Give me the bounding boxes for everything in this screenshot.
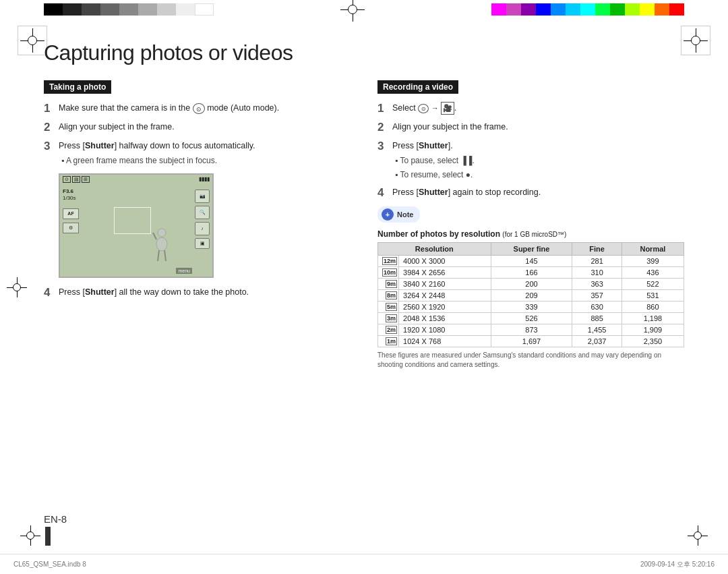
bottom-bar: CL65_QSM_SEA.indb 8 2009-09-14 오후 5:20:1… xyxy=(0,554,728,574)
color-swatch xyxy=(566,3,580,16)
step-4-text: Press [Shutter] all the way down to take… xyxy=(59,286,249,299)
note-icon: + xyxy=(382,208,394,221)
bottom-right-reg xyxy=(688,525,708,546)
bw-swatch xyxy=(119,3,138,16)
table-footer: These figures are measured under Samsung… xyxy=(377,351,684,370)
page-title: Capturing photos or videos xyxy=(44,40,684,65)
res-icon-cell: 9m xyxy=(378,278,399,289)
bw-swatch xyxy=(138,3,157,16)
right-step-2: 2 Align your subject in the frame. xyxy=(377,121,684,134)
res-value-cell: 1920 X 1080 xyxy=(399,324,491,335)
col-resolution: Resolution xyxy=(378,242,491,255)
lcd-icon-1: ⊙ xyxy=(63,176,71,183)
normal-cell: 1,198 xyxy=(621,312,684,324)
bottom-left-text: CL65_QSM_SEA.indb 8 xyxy=(13,561,86,568)
fine-cell: 2,037 xyxy=(572,335,621,347)
step-3: 3 Press [Shutter] halfway down to focus … xyxy=(44,140,351,167)
right-step-3-num: 3 xyxy=(377,140,392,153)
superfine-cell: 1,697 xyxy=(491,335,572,347)
color-swatch xyxy=(625,3,640,16)
camera-mode-icon: ⊙ xyxy=(193,103,205,114)
res-icon-cell: 2m xyxy=(378,324,399,335)
right-step-3-text: Press [Shutter]. To pause, select ▐▐. To… xyxy=(392,140,475,181)
normal-cell: 436 xyxy=(621,266,684,278)
lcd-focus-box xyxy=(114,207,151,234)
superfine-cell: 339 xyxy=(491,301,572,312)
color-swatch xyxy=(595,3,610,16)
fine-cell: 281 xyxy=(572,255,621,266)
right-step-3-bullet-2: To resume, select ●. xyxy=(392,169,475,181)
step-4: 4 Press [Shutter] all the way down to ta… xyxy=(44,286,351,299)
taking-photo-header: Taking a photo xyxy=(44,80,111,94)
step-3-num: 3 xyxy=(44,140,59,153)
color-swatch xyxy=(521,3,536,16)
lcd-icon-3: ⊞ xyxy=(82,176,90,183)
lcd-person-silhouette xyxy=(152,227,172,266)
arrow-icon: → xyxy=(431,104,441,112)
right-step-2-num: 2 xyxy=(377,121,392,134)
res-icon-cell: 3m xyxy=(378,312,399,324)
color-swatch xyxy=(551,3,566,16)
bw-swatch xyxy=(195,3,214,16)
step-2-text: Align your subject in the frame. xyxy=(59,121,175,134)
superfine-cell: 526 xyxy=(491,312,572,324)
step-3-text: Press [Shutter] halfway down to focus au… xyxy=(59,140,255,167)
bw-swatch xyxy=(63,3,82,16)
lcd-icon-2: ▤ xyxy=(72,176,80,183)
page-number-section: EN-8 xyxy=(44,513,67,546)
res-icon-cell: 8m xyxy=(378,289,399,301)
fine-cell: 1,455 xyxy=(572,324,621,335)
fine-cell: 357 xyxy=(572,289,621,301)
right-step-1-text: Select ⊙ → 🎥. xyxy=(392,102,456,115)
lcd-f-number: F3.6 xyxy=(63,188,73,194)
bw-swatch xyxy=(100,3,119,16)
color-swatch xyxy=(491,3,506,16)
left-column: Taking a photo 1 Make sure that the came… xyxy=(44,80,351,370)
two-column-layout: Taking a photo 1 Make sure that the came… xyxy=(44,80,684,370)
res-value-cell: 2560 X 1920 xyxy=(399,301,491,312)
main-content: Capturing photos or videos Taking a phot… xyxy=(44,40,684,547)
svg-line-2 xyxy=(153,233,156,239)
right-step-2-text: Align your subject in the frame. xyxy=(392,121,508,134)
recording-video-header: Recording a video xyxy=(377,80,458,94)
normal-cell: 522 xyxy=(621,278,684,289)
res-value-cell: 4000 X 3000 xyxy=(399,255,491,266)
superfine-cell: 145 xyxy=(491,255,572,266)
camera-lcd-preview: ⊙ ▤ ⊞ ▮▮▮▮ F3.6 1/30s AF ⚙ xyxy=(59,173,214,278)
right-step-4-num: 4 xyxy=(377,186,392,200)
fine-cell: 885 xyxy=(572,312,621,324)
table-row: 9m 3840 X 2160 200 363 522 xyxy=(378,278,684,289)
color-swatch xyxy=(580,3,595,16)
lcd-shutter-speed: 1/30s xyxy=(63,195,76,201)
step-3-bullet: A green frame means the subject in focus… xyxy=(59,154,255,167)
top-left-reg xyxy=(20,28,44,53)
bottom-right-text: 2009-09-14 오후 5:20:16 xyxy=(640,560,715,569)
table-title: Number of photos by resolution (for 1 GB… xyxy=(377,229,684,239)
col-fine: Fine xyxy=(572,242,621,255)
note-label: Note xyxy=(397,210,413,219)
left-mid-reg xyxy=(7,277,27,297)
select-camera-icon: ⊙ xyxy=(418,104,429,113)
step-2-num: 2 xyxy=(44,121,59,134)
step-1-text: Make sure that the camera is in the ⊙ mo… xyxy=(59,102,279,115)
normal-cell: 399 xyxy=(621,255,684,266)
right-step-1: 1 Select ⊙ → 🎥. xyxy=(377,102,684,115)
col-superfine: Super fine xyxy=(491,242,572,255)
step-1: 1 Make sure that the camera is in the ⊙ … xyxy=(44,102,351,115)
top-right-reg xyxy=(684,28,708,53)
res-value-cell: 3840 X 2160 xyxy=(399,278,491,289)
col-normal: Normal xyxy=(621,242,684,255)
bottom-left-reg xyxy=(20,525,40,546)
superfine-cell: 200 xyxy=(491,278,572,289)
res-value-cell: 2048 X 1536 xyxy=(399,312,491,324)
svg-line-4 xyxy=(164,250,166,261)
lcd-right-btn-2: 🔍 xyxy=(195,206,210,219)
lcd-right-buttons: 📷 🔍 ♪ ▣ xyxy=(195,190,210,249)
table-row: 2m 1920 X 1080 873 1,455 1,909 xyxy=(378,324,684,335)
superfine-cell: 873 xyxy=(491,324,572,335)
res-value-cell: 3984 X 2656 xyxy=(399,266,491,278)
res-value-cell: 1024 X 768 xyxy=(399,335,491,347)
superfine-cell: 209 xyxy=(491,289,572,301)
bw-swatch xyxy=(176,3,195,16)
table-row: 5m 2560 X 1920 339 630 860 xyxy=(378,301,684,312)
